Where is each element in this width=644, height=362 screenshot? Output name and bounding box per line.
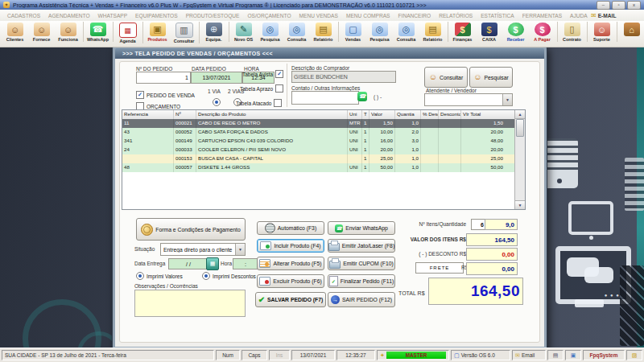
status-printer[interactable]: ▤ [547,350,564,360]
table-atacado-checkbox[interactable]: Tabela Atacado [236,99,282,107]
menu-item[interactable]: ESTATÍSTICA [477,13,518,19]
print-coupon-button[interactable]: Emitir CUPOM (F10) [328,257,395,270]
toolbar-button[interactable]: ▤ Relatório [419,22,448,42]
toolbar-button[interactable]: ⌂ [618,22,644,37]
toolbar-button[interactable]: ☎ WhatsApp [85,22,114,42]
status-folder[interactable]: ▨ [626,350,642,360]
consult-buyer-button[interactable]: ☺ Consultar [424,67,468,88]
toolbar-button[interactable]: ▦ Agenda [114,22,143,43]
products-table: Referencia Nº Descrição do Produto Uni T… [122,109,526,210]
order-date-field[interactable]: 13/07/2021 [191,72,242,84]
scroll-up-icon[interactable]: ▲ [515,110,525,119]
toolbar-button[interactable]: ☺ Clientes [2,22,28,42]
toolbar-button[interactable]: ◎ Consulta [393,22,419,42]
status-screen[interactable]: ▣ [565,350,581,360]
toolbar-button[interactable]: ▯ Contrato [559,22,588,42]
add-product-button[interactable]: Incluir Produto (F4) [257,239,324,253]
toolbar-button[interactable]: ▤ Relatório [310,22,339,42]
toolbar-button[interactable]: ▥ Consultar [171,22,200,43]
menu-item[interactable]: FINANCEIRO [394,13,436,19]
table-row[interactable]: 24 000033 COOLER CELERON / PIII SEMI NOV… [122,146,515,154]
minimize-button[interactable]: – [597,1,610,10]
toolbar-button[interactable]: ▢ Vendas [340,22,366,42]
column-header[interactable]: Referencia [122,110,174,119]
menu-item[interactable]: CADASTROS [3,13,44,19]
buyer-field[interactable]: GISELE BÜNDCHEN [291,71,396,83]
calendar-icon[interactable]: ▦ [206,257,219,270]
via1-radio[interactable] [213,98,221,106]
close-button[interactable]: x [627,1,641,10]
notes-textarea[interactable] [134,290,246,317]
toolbar-button[interactable]: ☺ Fornece [28,22,55,42]
column-header[interactable]: Nº [174,110,196,119]
menu-item[interactable]: RELATÓRIOS [435,13,477,19]
status-ins: Ins [269,350,290,360]
sale-order-checkbox[interactable]: ✓ PEDIDO DE VENDA [136,91,195,99]
table-scrollbar[interactable]: ▲ ▼ [514,110,525,209]
status-dropdown[interactable]: Entrega direto para o cliente ▼ [160,243,246,256]
check-icon: ✔ [258,296,265,304]
menu-item[interactable]: EQUIPAMENTOS [131,13,182,19]
automatic-button[interactable]: Automático (F3) [257,221,324,235]
toolbar-button[interactable]: $ A Pagar [529,22,558,42]
whatsapp-icon[interactable]: ☎ [357,92,367,101]
toolbar-button[interactable]: ◎ Pesquisa [366,22,393,42]
toolbar-button[interactable]: $ Receber [502,22,529,42]
discount-field: 0,00 [466,248,518,261]
toolbar-button[interactable]: ▣ Produtos [144,22,171,42]
delivery-time-field[interactable]: : [233,258,258,269]
toolbar-button[interactable]: ◎ Pesquisa [257,22,283,42]
delivery-date-field[interactable]: / / [168,258,208,269]
menu-item-email[interactable]: ✉ E-MAIL [591,12,616,19]
scrollbar-thumb[interactable] [516,119,524,137]
toolbar-button[interactable]: ◎ Consulta [283,22,310,42]
column-header[interactable]: Desconto [439,110,461,119]
menu-item[interactable]: OS/ORÇAMENTO [243,13,295,19]
table-aprazo-checkbox[interactable]: Tabela Aprazo [240,84,283,93]
status-email[interactable]: ✉ Email [512,350,546,360]
save-order-button[interactable]: ✔ SALVAR PEDIDO (F7) [255,292,326,307]
freight-button[interactable]: FRETE [415,262,464,274]
payment-conditions-button[interactable]: Forma e Condições de Pagamento [136,218,246,241]
toolbar-button[interactable]: ✎ Novo OS [230,22,257,42]
order-number-field[interactable]: 1 [136,72,191,84]
exit-order-button[interactable]: → SAIR PEDIDO (F12) [328,292,395,307]
edit-product-button[interactable]: Alterar Produto (F5) [257,257,324,270]
toolbar-label: CAIXA [482,37,496,42]
column-header[interactable]: Descrição do Produto [196,110,348,119]
table-row[interactable]: 43 000052 CABO SATA FORÇA E DADOS UNI 1 … [122,128,515,137]
column-header[interactable]: T [362,110,369,119]
table-row[interactable]: 48 000057 DISKETE 1.44 GROSS UNI 1 50,00… [122,163,515,172]
column-header[interactable]: Valor [369,110,395,119]
print-inkjet-button[interactable]: Emitir Jato/Laser (F8) [328,239,395,253]
contact-field[interactable] [291,91,359,105]
search-buyer-button[interactable]: ☺ Pesquisar [469,67,513,88]
maximize-button[interactable]: ▫ [612,1,625,10]
menu-item[interactable]: FERRAMENTAS [518,13,566,19]
menu-item[interactable]: PRODUTO/ESTOQUE [182,13,244,19]
menu-item[interactable]: MENU VENDAS [295,13,342,19]
seller-dropdown[interactable]: ▼ [424,93,513,106]
print-values-radio[interactable]: Imprimi Valores [136,272,183,280]
scroll-down-icon[interactable]: ▼ [515,200,525,209]
menu-item[interactable]: AGENDAMENTO [44,13,94,19]
finish-order-button[interactable]: ✓ Finalizar Pedido (F11) [328,274,395,288]
column-header[interactable]: % Desc. [421,110,439,119]
column-header[interactable]: Uni [348,110,362,119]
send-whatsapp-button[interactable]: ☎ Enviar WhatsApp [328,221,395,235]
print-discounts-radio[interactable]: Imprimi Descontos [202,272,256,280]
delete-product-button[interactable]: Excluir Produto (F6) [257,274,324,288]
toolbar-button[interactable]: ☺ Suporte [588,22,617,42]
toolbar-button[interactable]: $ CAIXA [476,22,502,42]
toolbar-button[interactable]: ☺ Funciona [55,22,84,42]
toolbar-button[interactable]: ⊕ Equipa. [200,22,229,42]
menu-item[interactable]: WHATSAPP [94,13,132,19]
table-row[interactable]: 000153 BUSCA EM CASA - CAPITAL 1 25,00 1… [122,154,515,163]
menu-item[interactable]: MENU COMPRAS [342,13,394,19]
table-row[interactable]: 11 000021 CABO DE REDE O METRO MTR 1 1,5… [122,119,515,128]
table-row[interactable]: 341 000149 CARTUCHO EPSON C43 039 COLORI… [122,137,515,146]
toolbar-button[interactable]: $ Finanças [449,22,476,42]
toolbar-label: Relatório [314,37,333,42]
column-header[interactable]: Quantia [395,110,421,119]
table-avista-checkbox[interactable]: ✓ Tabela Avista [242,70,283,78]
